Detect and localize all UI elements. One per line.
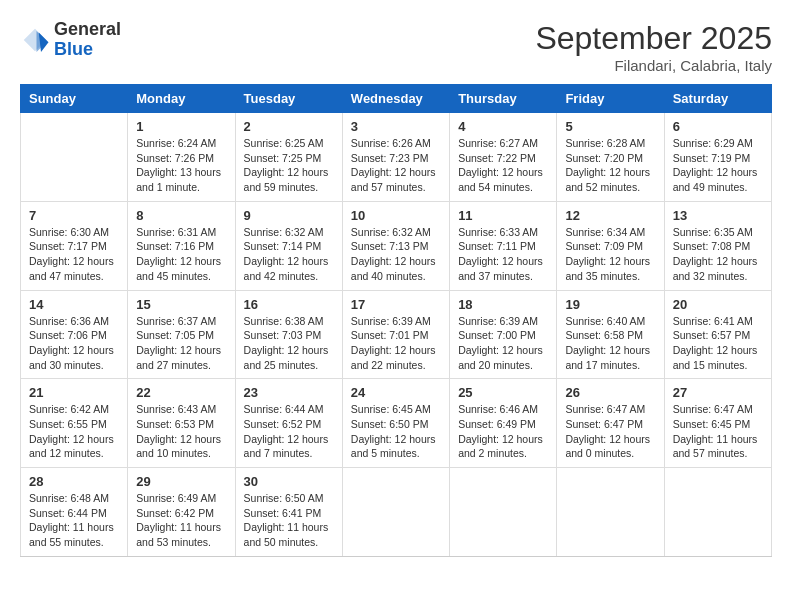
calendar-cell: 8Sunrise: 6:31 AMSunset: 7:16 PMDaylight… xyxy=(128,201,235,290)
day-number: 24 xyxy=(351,385,441,400)
cell-content: Sunrise: 6:47 AMSunset: 6:45 PMDaylight:… xyxy=(673,402,763,461)
day-number: 23 xyxy=(244,385,334,400)
calendar-header-row: SundayMondayTuesdayWednesdayThursdayFrid… xyxy=(21,85,772,113)
day-number: 6 xyxy=(673,119,763,134)
calendar-cell xyxy=(342,468,449,557)
calendar-cell: 27Sunrise: 6:47 AMSunset: 6:45 PMDayligh… xyxy=(664,379,771,468)
cell-content: Sunrise: 6:36 AMSunset: 7:06 PMDaylight:… xyxy=(29,314,119,373)
calendar-cell: 24Sunrise: 6:45 AMSunset: 6:50 PMDayligh… xyxy=(342,379,449,468)
cell-content: Sunrise: 6:44 AMSunset: 6:52 PMDaylight:… xyxy=(244,402,334,461)
day-number: 28 xyxy=(29,474,119,489)
calendar-cell: 22Sunrise: 6:43 AMSunset: 6:53 PMDayligh… xyxy=(128,379,235,468)
day-header-monday: Monday xyxy=(128,85,235,113)
cell-content: Sunrise: 6:46 AMSunset: 6:49 PMDaylight:… xyxy=(458,402,548,461)
cell-content: Sunrise: 6:27 AMSunset: 7:22 PMDaylight:… xyxy=(458,136,548,195)
cell-content: Sunrise: 6:32 AMSunset: 7:13 PMDaylight:… xyxy=(351,225,441,284)
title-block: September 2025 Filandari, Calabria, Ital… xyxy=(535,20,772,74)
cell-content: Sunrise: 6:49 AMSunset: 6:42 PMDaylight:… xyxy=(136,491,226,550)
calendar-cell: 20Sunrise: 6:41 AMSunset: 6:57 PMDayligh… xyxy=(664,290,771,379)
calendar-cell: 15Sunrise: 6:37 AMSunset: 7:05 PMDayligh… xyxy=(128,290,235,379)
day-header-tuesday: Tuesday xyxy=(235,85,342,113)
calendar-cell: 13Sunrise: 6:35 AMSunset: 7:08 PMDayligh… xyxy=(664,201,771,290)
calendar-week-row: 1Sunrise: 6:24 AMSunset: 7:26 PMDaylight… xyxy=(21,113,772,202)
logo: General Blue xyxy=(20,20,121,60)
calendar-cell: 18Sunrise: 6:39 AMSunset: 7:00 PMDayligh… xyxy=(450,290,557,379)
day-number: 1 xyxy=(136,119,226,134)
day-number: 8 xyxy=(136,208,226,223)
logo-icon xyxy=(20,25,50,55)
cell-content: Sunrise: 6:28 AMSunset: 7:20 PMDaylight:… xyxy=(565,136,655,195)
cell-content: Sunrise: 6:39 AMSunset: 7:01 PMDaylight:… xyxy=(351,314,441,373)
day-header-wednesday: Wednesday xyxy=(342,85,449,113)
calendar-cell xyxy=(21,113,128,202)
day-number: 7 xyxy=(29,208,119,223)
cell-content: Sunrise: 6:47 AMSunset: 6:47 PMDaylight:… xyxy=(565,402,655,461)
calendar-cell: 21Sunrise: 6:42 AMSunset: 6:55 PMDayligh… xyxy=(21,379,128,468)
cell-content: Sunrise: 6:42 AMSunset: 6:55 PMDaylight:… xyxy=(29,402,119,461)
cell-content: Sunrise: 6:41 AMSunset: 6:57 PMDaylight:… xyxy=(673,314,763,373)
calendar-cell xyxy=(557,468,664,557)
cell-content: Sunrise: 6:50 AMSunset: 6:41 PMDaylight:… xyxy=(244,491,334,550)
page-header: General Blue September 2025 Filandari, C… xyxy=(20,20,772,74)
calendar-cell xyxy=(450,468,557,557)
calendar-cell: 23Sunrise: 6:44 AMSunset: 6:52 PMDayligh… xyxy=(235,379,342,468)
day-number: 27 xyxy=(673,385,763,400)
day-number: 12 xyxy=(565,208,655,223)
calendar-cell: 25Sunrise: 6:46 AMSunset: 6:49 PMDayligh… xyxy=(450,379,557,468)
cell-content: Sunrise: 6:30 AMSunset: 7:17 PMDaylight:… xyxy=(29,225,119,284)
cell-content: Sunrise: 6:24 AMSunset: 7:26 PMDaylight:… xyxy=(136,136,226,195)
calendar-cell: 11Sunrise: 6:33 AMSunset: 7:11 PMDayligh… xyxy=(450,201,557,290)
day-number: 16 xyxy=(244,297,334,312)
day-number: 30 xyxy=(244,474,334,489)
calendar-cell: 10Sunrise: 6:32 AMSunset: 7:13 PMDayligh… xyxy=(342,201,449,290)
calendar-cell: 17Sunrise: 6:39 AMSunset: 7:01 PMDayligh… xyxy=(342,290,449,379)
cell-content: Sunrise: 6:45 AMSunset: 6:50 PMDaylight:… xyxy=(351,402,441,461)
cell-content: Sunrise: 6:32 AMSunset: 7:14 PMDaylight:… xyxy=(244,225,334,284)
day-number: 5 xyxy=(565,119,655,134)
day-number: 4 xyxy=(458,119,548,134)
calendar-table: SundayMondayTuesdayWednesdayThursdayFrid… xyxy=(20,84,772,557)
day-number: 13 xyxy=(673,208,763,223)
cell-content: Sunrise: 6:38 AMSunset: 7:03 PMDaylight:… xyxy=(244,314,334,373)
day-number: 25 xyxy=(458,385,548,400)
calendar-cell: 28Sunrise: 6:48 AMSunset: 6:44 PMDayligh… xyxy=(21,468,128,557)
calendar-cell: 12Sunrise: 6:34 AMSunset: 7:09 PMDayligh… xyxy=(557,201,664,290)
calendar-cell: 5Sunrise: 6:28 AMSunset: 7:20 PMDaylight… xyxy=(557,113,664,202)
calendar-cell: 1Sunrise: 6:24 AMSunset: 7:26 PMDaylight… xyxy=(128,113,235,202)
calendar-cell: 16Sunrise: 6:38 AMSunset: 7:03 PMDayligh… xyxy=(235,290,342,379)
day-number: 19 xyxy=(565,297,655,312)
month-title: September 2025 xyxy=(535,20,772,57)
calendar-cell: 29Sunrise: 6:49 AMSunset: 6:42 PMDayligh… xyxy=(128,468,235,557)
day-number: 20 xyxy=(673,297,763,312)
day-header-saturday: Saturday xyxy=(664,85,771,113)
location: Filandari, Calabria, Italy xyxy=(535,57,772,74)
cell-content: Sunrise: 6:29 AMSunset: 7:19 PMDaylight:… xyxy=(673,136,763,195)
calendar-week-row: 28Sunrise: 6:48 AMSunset: 6:44 PMDayligh… xyxy=(21,468,772,557)
day-number: 17 xyxy=(351,297,441,312)
calendar-cell: 2Sunrise: 6:25 AMSunset: 7:25 PMDaylight… xyxy=(235,113,342,202)
day-number: 21 xyxy=(29,385,119,400)
day-header-sunday: Sunday xyxy=(21,85,128,113)
cell-content: Sunrise: 6:31 AMSunset: 7:16 PMDaylight:… xyxy=(136,225,226,284)
day-number: 15 xyxy=(136,297,226,312)
calendar-week-row: 21Sunrise: 6:42 AMSunset: 6:55 PMDayligh… xyxy=(21,379,772,468)
day-number: 9 xyxy=(244,208,334,223)
cell-content: Sunrise: 6:34 AMSunset: 7:09 PMDaylight:… xyxy=(565,225,655,284)
cell-content: Sunrise: 6:26 AMSunset: 7:23 PMDaylight:… xyxy=(351,136,441,195)
calendar-cell: 3Sunrise: 6:26 AMSunset: 7:23 PMDaylight… xyxy=(342,113,449,202)
calendar-cell: 14Sunrise: 6:36 AMSunset: 7:06 PMDayligh… xyxy=(21,290,128,379)
day-number: 22 xyxy=(136,385,226,400)
calendar-cell: 30Sunrise: 6:50 AMSunset: 6:41 PMDayligh… xyxy=(235,468,342,557)
calendar-cell: 9Sunrise: 6:32 AMSunset: 7:14 PMDaylight… xyxy=(235,201,342,290)
cell-content: Sunrise: 6:39 AMSunset: 7:00 PMDaylight:… xyxy=(458,314,548,373)
day-number: 2 xyxy=(244,119,334,134)
cell-content: Sunrise: 6:25 AMSunset: 7:25 PMDaylight:… xyxy=(244,136,334,195)
cell-content: Sunrise: 6:33 AMSunset: 7:11 PMDaylight:… xyxy=(458,225,548,284)
cell-content: Sunrise: 6:37 AMSunset: 7:05 PMDaylight:… xyxy=(136,314,226,373)
calendar-cell: 26Sunrise: 6:47 AMSunset: 6:47 PMDayligh… xyxy=(557,379,664,468)
day-number: 29 xyxy=(136,474,226,489)
svg-marker-2 xyxy=(39,32,49,52)
calendar-cell xyxy=(664,468,771,557)
cell-content: Sunrise: 6:48 AMSunset: 6:44 PMDaylight:… xyxy=(29,491,119,550)
calendar-cell: 7Sunrise: 6:30 AMSunset: 7:17 PMDaylight… xyxy=(21,201,128,290)
